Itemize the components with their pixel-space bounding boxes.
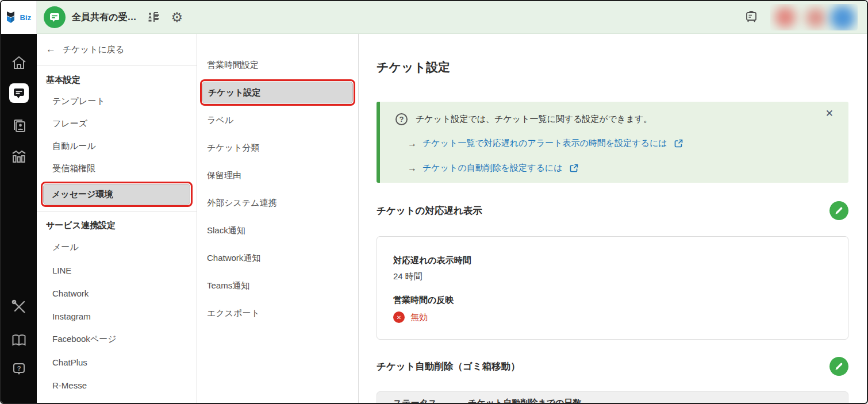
sidebar-item-inbox-permission[interactable]: 受信箱権限 bbox=[37, 157, 197, 180]
sidebar-section-services: サービス連携設定 bbox=[46, 220, 197, 231]
sidebar-section-basic: 基本設定 bbox=[46, 75, 197, 86]
sidebar-item-template[interactable]: テンプレート bbox=[37, 90, 197, 113]
app-logo[interactable]: Biz bbox=[1, 1, 37, 34]
nav-item-business-hours[interactable]: 営業時間設定 bbox=[197, 51, 358, 79]
home-icon[interactable] bbox=[11, 55, 27, 70]
settings-sidebar: ← チケットに戻る 基本設定 テンプレート フレーズ 自動ルール 受信箱権限 メ… bbox=[37, 34, 197, 403]
sidebar-item-chatwork[interactable]: Chatwork bbox=[37, 282, 197, 305]
sidebar-item-yahoo[interactable]: Yahoo! bbox=[37, 397, 197, 403]
sidebar-item-message-env[interactable]: メッセージ環境 bbox=[43, 184, 190, 205]
nav-item-hold-reason[interactable]: 保留理由 bbox=[197, 161, 358, 189]
invalid-status-icon: ✕ bbox=[393, 311, 405, 323]
nav-item-ticket-settings-annotation: チケット設定 bbox=[197, 79, 358, 106]
analytics-icon[interactable] bbox=[11, 149, 27, 164]
section-title-auto-delete: チケット自動削除（ゴミ箱移動） bbox=[377, 360, 520, 373]
red-annotation-box: チケット設定 bbox=[200, 79, 355, 106]
sidebar-item-line[interactable]: LINE bbox=[37, 259, 197, 282]
nav-item-ticket-category[interactable]: チケット分類 bbox=[197, 134, 358, 161]
link-auto-delete-setting[interactable]: チケットの自動削除を設定するには bbox=[423, 163, 563, 174]
tools-icon[interactable] bbox=[11, 299, 27, 315]
nav-item-teams-notify[interactable]: Teams通知 bbox=[197, 272, 358, 299]
back-to-tickets[interactable]: ← チケットに戻る bbox=[37, 34, 197, 66]
late-display-section-header: チケットの対応遅れ表示 bbox=[377, 201, 848, 220]
sidebar-item-facebook[interactable]: Facebookページ bbox=[37, 328, 197, 351]
pencil-icon bbox=[835, 206, 843, 215]
close-icon[interactable]: ✕ bbox=[825, 109, 834, 118]
info-message: チケット設定では、チケット一覧に関する設定ができます。 bbox=[416, 114, 652, 125]
edit-auto-delete-button[interactable] bbox=[829, 357, 848, 376]
info-link-row: → チケット一覧で対応遅れのアラート表示の時間を設定するには bbox=[408, 138, 814, 149]
auto-delete-section-header: チケット自動削除（ゴミ箱移動） bbox=[377, 357, 848, 376]
guide-book-icon[interactable] bbox=[11, 333, 27, 347]
back-arrow-icon: ← bbox=[46, 44, 56, 55]
nav-item-export[interactable]: エクスポート bbox=[197, 299, 358, 327]
sidebar-item-instagram[interactable]: Instagram bbox=[37, 305, 197, 328]
avatar bbox=[806, 8, 825, 28]
avatar bbox=[775, 7, 796, 28]
sidebar-item-phrase[interactable]: フレーズ bbox=[37, 113, 197, 135]
red-annotation-box: メッセージ環境 bbox=[41, 182, 193, 207]
tickets-icon[interactable] bbox=[9, 83, 29, 103]
inbox-name: 全員共有の受… bbox=[72, 11, 136, 24]
svg-text:?: ? bbox=[17, 365, 21, 372]
app-body: ? ← チケットに戻る 基本設定 テンプレート フレーズ 自動ルール 受信箱権限… bbox=[1, 34, 867, 403]
table-header-days: チケット自動削除までの日数 bbox=[468, 398, 581, 403]
link-late-alert-setting[interactable]: チケット一覧で対応遅れのアラート表示の時間を設定するには bbox=[423, 138, 667, 149]
nav-item-ticket-settings[interactable]: チケット設定 bbox=[202, 82, 353, 103]
contacts-icon[interactable] bbox=[11, 118, 26, 133]
sidebar-basic-list: テンプレート フレーズ 自動ルール 受信箱権限 メッセージ環境 bbox=[37, 90, 197, 207]
info-banner: ? チケット設定では、チケット一覧に関する設定ができます。 → チケット一覧で対… bbox=[377, 102, 848, 183]
sidebar-divider bbox=[37, 211, 197, 212]
sidebar-item-mail[interactable]: メール bbox=[37, 236, 197, 259]
external-link-icon bbox=[674, 139, 683, 148]
inbox-selector[interactable]: 全員共有の受… bbox=[44, 6, 136, 28]
field-value-display-time: 24 時間 bbox=[393, 271, 832, 282]
top-bar: Biz 全員共有の受… bbox=[1, 1, 867, 34]
pencil-icon bbox=[835, 362, 843, 371]
nav-item-chatwork-notify[interactable]: Chatwork通知 bbox=[197, 244, 358, 272]
app-window: Biz 全員共有の受… bbox=[0, 0, 868, 404]
section-title-late-display: チケットの対応遅れ表示 bbox=[377, 205, 482, 217]
arrow-right-icon: → bbox=[408, 163, 417, 174]
sidebar-item-rmesse[interactable]: R-Messe bbox=[37, 374, 197, 397]
top-bar-main: 全員共有の受… ⚙ bbox=[37, 1, 867, 34]
arrow-right-icon: → bbox=[408, 138, 417, 149]
sidebar-services-list: メール LINE Chatwork Instagram Facebookページ … bbox=[37, 236, 197, 403]
help-icon[interactable]: ? bbox=[11, 361, 26, 376]
external-link-icon bbox=[570, 164, 578, 172]
field-label-business-hours: 営業時間の反映 bbox=[393, 295, 832, 306]
back-label: チケットに戻る bbox=[63, 44, 124, 55]
sidebar-item-chatplus[interactable]: ChatPlus bbox=[37, 351, 197, 374]
late-display-card: 対応遅れの表示時間 24 時間 営業時間の反映 ✕ 無効 bbox=[377, 236, 848, 340]
nav-item-external-system[interactable]: 外部システム連携 bbox=[197, 189, 358, 217]
announcements-icon[interactable] bbox=[744, 10, 759, 25]
logo-text: Biz bbox=[20, 13, 31, 22]
main-content: チケット設定 ? チケット設定では、チケット一覧に関する設定ができます。 → チ… bbox=[359, 34, 867, 403]
logo-mark-icon bbox=[6, 11, 18, 25]
sidebar-item-message-env-annotation: メッセージ環境 bbox=[37, 182, 197, 207]
table-header-status: ステータス bbox=[393, 398, 468, 403]
user-avatars[interactable] bbox=[770, 4, 858, 30]
inbox-list-icon[interactable] bbox=[147, 10, 160, 24]
sidebar-item-auto-rule[interactable]: 自動ルール bbox=[37, 135, 197, 157]
icon-rail: ? bbox=[1, 34, 37, 403]
ticket-settings-nav: 営業時間設定 チケット設定 ラベル チケット分類 保留理由 外部システム連携 S… bbox=[197, 34, 359, 403]
nav-item-label[interactable]: ラベル bbox=[197, 106, 358, 134]
avatar bbox=[830, 5, 855, 30]
status-invalid-label: 無効 bbox=[410, 312, 428, 323]
edit-late-display-button[interactable] bbox=[829, 201, 848, 220]
question-circle-icon: ? bbox=[395, 113, 408, 125]
info-link-row: → チケットの自動削除を設定するには bbox=[408, 163, 814, 174]
nav-item-slack-notify[interactable]: Slack通知 bbox=[197, 217, 358, 244]
info-message-row: ? チケット設定では、チケット一覧に関する設定ができます。 bbox=[395, 113, 814, 125]
page-title: チケット設定 bbox=[377, 59, 848, 75]
auto-delete-table-header: ステータス チケット自動削除までの日数 bbox=[377, 391, 848, 403]
field-label-display-time: 対応遅れの表示時間 bbox=[393, 255, 832, 266]
status-row: ✕ 無効 bbox=[393, 311, 832, 323]
gear-icon[interactable]: ⚙ bbox=[171, 11, 183, 24]
inbox-chat-icon bbox=[44, 6, 66, 28]
